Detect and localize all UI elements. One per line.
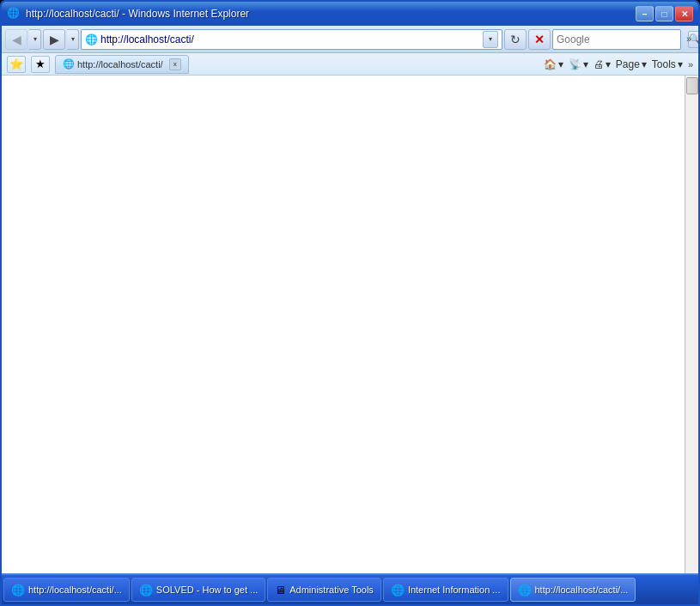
tab-url-label: http://localhost/cacti/ (77, 59, 163, 70)
tools-menu-arrow: ▾ (678, 58, 683, 70)
taskbar-icon-tab2: 🌐 (139, 584, 153, 597)
toolbar-more-button[interactable]: » (688, 59, 693, 70)
taskbar-label-tab5: http://localhost/cacti/... (535, 585, 629, 595)
taskbar-label-tab1: http://localhost/cacti/... (28, 585, 122, 595)
search-input[interactable] (557, 33, 685, 45)
taskbar: 🌐 http://localhost/cacti/... 🌐 SOLVED - … (2, 573, 698, 604)
taskbar-item-tab4[interactable]: 🌐 Internet Information ... (383, 578, 508, 602)
nav-bar: ◀ ▾ ▶ ▾ 🌐 ▾ ↻ ✕ 🔍 » (2, 26, 698, 53)
browser-icon: 🌐 (7, 7, 21, 21)
taskbar-label-tab2: SOLVED - How to get ... (156, 585, 258, 595)
back-button[interactable]: ◀ (5, 29, 27, 50)
refresh-button[interactable]: ↻ (504, 29, 527, 50)
forward-button[interactable]: ▶ (43, 29, 65, 50)
taskbar-icon-tab4: 🌐 (391, 584, 405, 597)
tab-close-button[interactable]: x (169, 58, 181, 70)
page-menu-label: Page (616, 58, 640, 70)
page-menu-button[interactable]: Page ▾ (616, 58, 647, 70)
scrollbar-right[interactable] (685, 76, 698, 573)
minimize-button[interactable]: – (636, 6, 654, 21)
address-input[interactable] (100, 33, 480, 45)
taskbar-label-tab4: Internet Information ... (408, 585, 501, 595)
add-favorite-button[interactable]: ★ (31, 56, 50, 73)
print-dropdown: ▾ (606, 58, 611, 70)
address-bar: 🌐 ▾ (81, 29, 502, 50)
feeds-button[interactable]: 📡 ▾ (569, 58, 588, 70)
print-icon: 🖨 (593, 58, 604, 70)
title-bar: 🌐 http://localhost/cacti/ - Windows Inte… (2, 2, 698, 26)
home-button[interactable]: 🏠 ▾ (544, 58, 563, 70)
favorites-bar: ⭐ ★ 🌐 http://localhost/cacti/ x 🏠 ▾ 📡 ▾ … (2, 53, 698, 76)
feeds-icon: 📡 (569, 58, 581, 70)
title-bar-buttons: – □ ✕ (636, 6, 693, 21)
search-bar: 🔍 (552, 29, 681, 50)
nav-action-btns: ↻ ✕ (504, 29, 551, 50)
tools-menu-label: Tools (652, 58, 676, 70)
address-icon: 🌐 (85, 33, 98, 45)
taskbar-item-tab3[interactable]: 🖥 Administrative Tools (267, 578, 381, 602)
taskbar-icon-tab1: 🌐 (11, 584, 25, 597)
scrollbar-thumb[interactable] (686, 77, 698, 94)
home-dropdown: ▾ (558, 58, 563, 70)
title-bar-left: 🌐 http://localhost/cacti/ - Windows Inte… (7, 7, 249, 21)
browser-tab[interactable]: 🌐 http://localhost/cacti/ x (55, 55, 189, 74)
title-bar-text: http://localhost/cacti/ - Windows Intern… (26, 8, 249, 20)
page-menu-arrow: ▾ (642, 58, 647, 70)
favorites-star-button[interactable]: ⭐ (7, 56, 26, 73)
taskbar-item-tab5[interactable]: 🌐 http://localhost/cacti/... (510, 578, 636, 602)
address-dropdown[interactable]: ▾ (483, 31, 498, 48)
maximize-button[interactable]: □ (655, 6, 673, 21)
tools-menu-button[interactable]: Tools ▾ (652, 58, 683, 70)
nav-more-button[interactable]: » (683, 29, 695, 50)
back-dropdown[interactable]: ▾ (29, 29, 41, 50)
forward-dropdown[interactable]: ▾ (67, 29, 79, 50)
taskbar-item-tab1[interactable]: 🌐 http://localhost/cacti/... (3, 578, 130, 602)
feeds-dropdown: ▾ (583, 58, 588, 70)
content-area (2, 76, 698, 573)
taskbar-icon-tab3: 🖥 (275, 584, 286, 597)
home-icon: 🏠 (544, 58, 557, 70)
print-button[interactable]: 🖨 ▾ (593, 58, 611, 70)
tab-icon: 🌐 (63, 58, 75, 70)
close-button[interactable]: ✕ (675, 6, 693, 21)
taskbar-item-tab2[interactable]: 🌐 SOLVED - How to get ... (131, 578, 265, 602)
browser-window: 🌐 http://localhost/cacti/ - Windows Inte… (0, 0, 700, 606)
taskbar-label-tab3: Administrative Tools (289, 585, 374, 595)
stop-button[interactable]: ✕ (528, 29, 551, 50)
taskbar-icon-tab5: 🌐 (518, 584, 532, 597)
